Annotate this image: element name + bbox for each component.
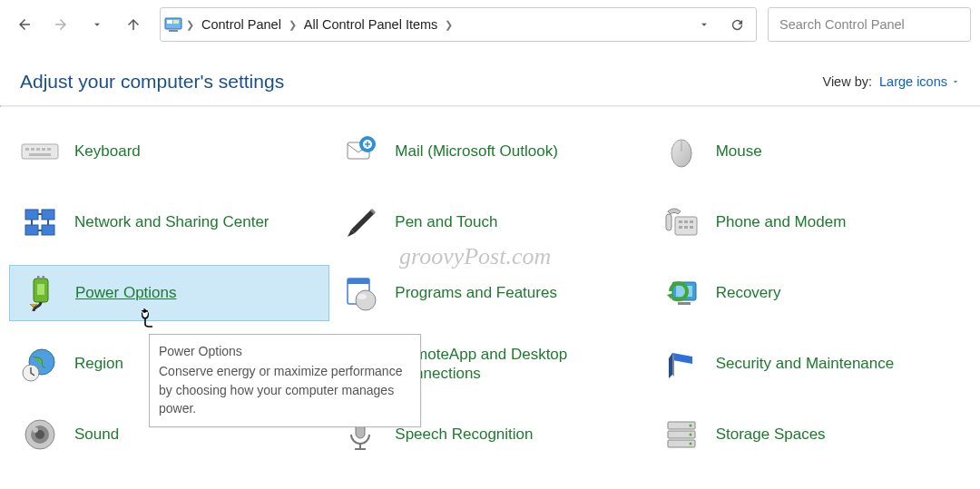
svg-rect-17 <box>25 225 38 235</box>
item-security[interactable]: Security and Maintenance <box>651 336 971 392</box>
svg-point-47 <box>33 427 38 433</box>
svg-rect-16 <box>42 210 54 220</box>
svg-rect-24 <box>684 226 688 229</box>
refresh-icon <box>730 17 745 33</box>
view-by-control: View by: Large icons <box>822 74 960 89</box>
breadcrumb-current[interactable]: All Control Panel Items <box>300 17 441 32</box>
item-label: Security and Maintenance <box>716 354 895 373</box>
item-programs[interactable]: Programs and Features <box>329 265 650 321</box>
item-label: Region <box>74 354 123 373</box>
item-recovery[interactable]: Recovery <box>651 265 971 321</box>
svg-rect-7 <box>36 148 40 151</box>
item-pen[interactable]: Pen and Touch <box>329 194 650 250</box>
chevron-right-icon: ❯ <box>184 19 196 31</box>
item-label: Mail (Microsoft Outlook) <box>395 142 557 161</box>
item-keyboard[interactable]: Keyboard <box>9 123 329 180</box>
item-storage[interactable]: Storage Spaces <box>651 406 971 463</box>
recovery-icon <box>662 273 701 313</box>
svg-rect-28 <box>37 276 40 279</box>
view-by-value: Large icons <box>879 74 947 89</box>
svg-rect-15 <box>25 210 38 220</box>
recent-button[interactable] <box>82 9 113 40</box>
svg-rect-22 <box>690 220 693 223</box>
svg-rect-37 <box>678 302 691 305</box>
tooltip-body: Conserve energy or maximize performance … <box>159 362 411 417</box>
svg-rect-25 <box>690 226 693 229</box>
item-label: Mouse <box>716 142 762 161</box>
control-panel-icon <box>164 16 182 33</box>
tooltip: Power Options Conserve energy or maximiz… <box>149 334 421 427</box>
svg-point-53 <box>689 434 691 436</box>
programs-icon <box>340 273 380 313</box>
item-label: Network and Sharing Center <box>74 212 270 231</box>
pen-icon <box>340 202 380 242</box>
svg-rect-3 <box>169 30 178 32</box>
search-box[interactable] <box>768 7 971 42</box>
svg-rect-29 <box>43 276 45 279</box>
refresh-button[interactable] <box>721 9 752 40</box>
up-button[interactable] <box>118 9 149 40</box>
item-label: Programs and Features <box>395 283 557 302</box>
svg-point-33 <box>356 290 376 310</box>
mail-icon <box>340 132 380 171</box>
arrow-up-icon <box>125 16 142 33</box>
chevron-right-icon: ❯ <box>443 19 455 31</box>
view-by-dropdown[interactable]: Large icons <box>879 74 960 89</box>
caret-down-icon <box>951 77 960 86</box>
item-network[interactable]: Network and Sharing Center <box>9 194 329 250</box>
item-mouse[interactable]: Mouse <box>651 123 971 180</box>
svg-rect-6 <box>31 148 34 151</box>
breadcrumb-root[interactable]: Control Panel <box>198 17 285 32</box>
network-icon <box>20 202 60 242</box>
svg-rect-4 <box>22 144 58 159</box>
region-icon <box>20 344 60 384</box>
item-label: Speech Recognition <box>395 425 533 444</box>
svg-point-34 <box>358 294 367 299</box>
svg-rect-2 <box>173 20 179 24</box>
history-dropdown-button[interactable] <box>689 9 720 40</box>
address-bar[interactable]: ❯ Control Panel ❯ All Control Panel Item… <box>160 7 757 42</box>
item-label: Storage Spaces <box>716 425 826 444</box>
view-by-label: View by: <box>822 74 872 89</box>
svg-rect-18 <box>42 225 54 235</box>
page-title: Adjust your computer's settings <box>20 71 284 93</box>
chevron-down-icon <box>91 18 103 31</box>
svg-rect-21 <box>684 220 688 223</box>
toolbar: ❯ Control Panel ❯ All Control Panel Item… <box>0 0 980 49</box>
item-mail[interactable]: Mail (Microsoft Outlook) <box>329 123 650 180</box>
svg-point-52 <box>689 425 691 427</box>
svg-rect-30 <box>37 284 44 295</box>
chevron-down-icon <box>698 18 710 31</box>
item-label: Phone and Modem <box>716 212 847 231</box>
svg-rect-20 <box>679 220 682 223</box>
svg-rect-1 <box>167 20 172 24</box>
power-icon <box>21 273 61 313</box>
keyboard-icon <box>20 132 60 171</box>
svg-rect-10 <box>29 153 51 156</box>
item-label: Power Options <box>75 283 177 302</box>
phone-icon <box>662 202 701 242</box>
chevron-right-icon: ❯ <box>287 19 299 31</box>
storage-icon <box>662 415 701 455</box>
tooltip-title: Power Options <box>159 342 411 360</box>
svg-rect-5 <box>25 148 29 151</box>
svg-rect-26 <box>666 214 671 230</box>
svg-rect-32 <box>348 279 369 284</box>
search-input[interactable] <box>778 16 961 33</box>
items-grid: Keyboard Mail (Microsoft Outlook) Mouse … <box>0 107 980 472</box>
item-phone[interactable]: Phone and Modem <box>651 194 971 250</box>
sound-icon <box>20 415 60 455</box>
item-label: Keyboard <box>74 142 141 161</box>
arrow-left-icon <box>16 16 33 33</box>
svg-rect-9 <box>47 148 51 151</box>
svg-rect-8 <box>42 148 45 151</box>
back-button[interactable] <box>9 9 40 40</box>
mouse-icon <box>662 132 701 171</box>
svg-rect-23 <box>679 226 682 229</box>
item-power-options[interactable]: Power Options <box>9 265 329 321</box>
forward-button[interactable] <box>45 9 76 40</box>
item-label: Pen and Touch <box>395 212 497 231</box>
svg-point-14 <box>671 140 691 167</box>
item-label: Sound <box>74 425 119 444</box>
item-label: RemoteApp and Desktop Connections <box>395 345 639 384</box>
